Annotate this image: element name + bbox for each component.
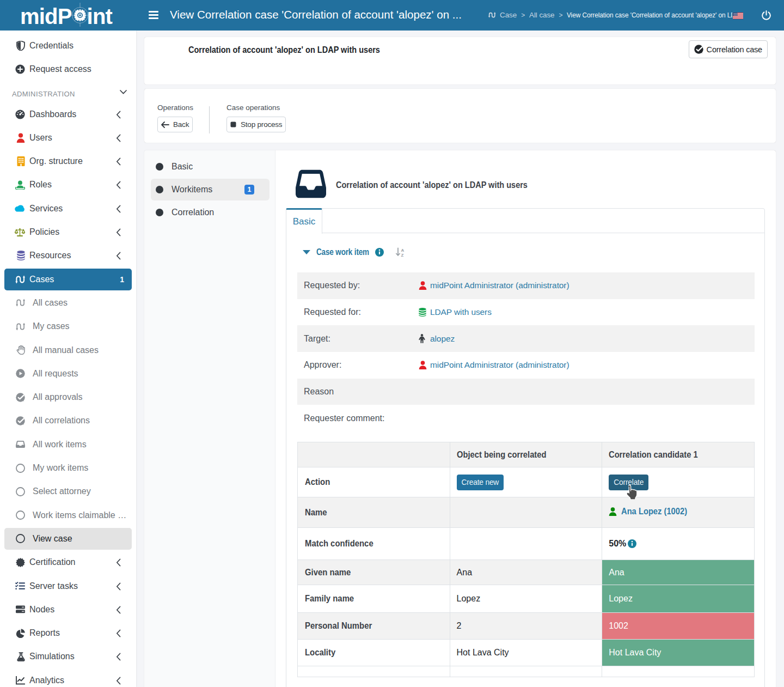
svg-text:A: A <box>401 248 405 253</box>
svg-text:Z: Z <box>401 253 404 257</box>
